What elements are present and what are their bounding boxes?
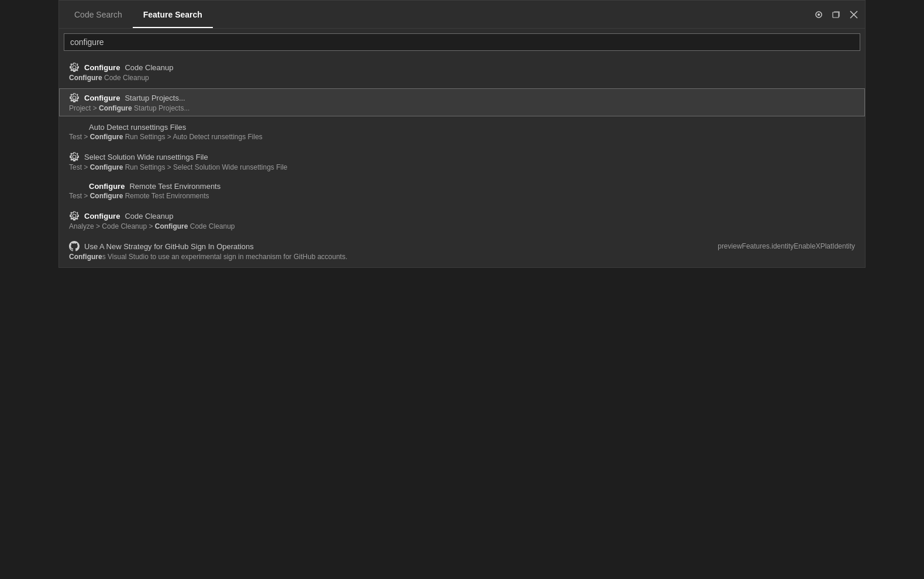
result-title-text: Remote Test Environments — [129, 182, 220, 191]
result-item-1[interactable]: Configure Code CleanupConfigure Code Cle… — [59, 58, 865, 86]
breadcrumb-text: Startup Projects... — [132, 104, 190, 112]
preview-tag: previewFeatures.identityEnableXPlatIdent… — [718, 242, 855, 250]
result-title-5: Configure Remote Test Environments — [69, 182, 855, 191]
breadcrumb-text: Run Settings > Auto Detect runsettings F… — [123, 133, 262, 141]
result-title-text: Configure — [84, 63, 120, 72]
result-title-text: Configure — [84, 212, 120, 220]
result-breadcrumb-6: Analyze > Code Cleanup > Configure Code … — [69, 222, 855, 230]
expand-icon[interactable] — [830, 8, 843, 21]
result-breadcrumb-4: Test > Configure Run Settings > Select S… — [69, 163, 855, 171]
gear-icon — [69, 211, 80, 221]
breadcrumb-text: Test > — [69, 133, 90, 141]
github-icon — [69, 241, 80, 251]
result-title-text: Use A New Strategy for GitHub Sign In Op… — [84, 242, 254, 251]
breadcrumb-text: Remote Test Environments — [123, 192, 209, 200]
result-title-1: Configure Code Cleanup — [69, 62, 855, 73]
result-title-text: Startup Projects... — [125, 94, 185, 102]
breadcrumb-text: s Visual Studio to use an experimental s… — [102, 253, 347, 261]
preview-icon[interactable] — [812, 8, 825, 21]
result-breadcrumb-7: Configures Visual Studio to use an exper… — [69, 253, 855, 261]
result-title-text: Configure — [89, 182, 125, 191]
result-item-5[interactable]: Configure Remote Test EnvironmentsTest >… — [59, 178, 865, 204]
result-breadcrumb-3: Test > Configure Run Settings > Auto Det… — [69, 133, 855, 141]
result-item-3[interactable]: Auto Detect runsettings FilesTest > Conf… — [59, 119, 865, 145]
result-title-7: Use A New Strategy for GitHub Sign In Op… — [69, 241, 855, 251]
result-title-text: Code Cleanup — [125, 63, 173, 72]
breadcrumb-text: Project > — [69, 104, 99, 112]
breadcrumb-text: Code Cleanup — [102, 74, 149, 82]
result-title-text: Code Cleanup — [125, 212, 173, 220]
result-item-2[interactable]: Configure Startup Projects...Project > C… — [59, 88, 865, 116]
titlebar-icons — [812, 8, 860, 21]
results-list: Configure Code CleanupConfigure Code Cle… — [59, 56, 865, 267]
svg-point-1 — [818, 13, 820, 16]
breadcrumb-text: Test > — [69, 192, 90, 200]
result-title-text: Select Solution Wide runsettings File — [84, 153, 208, 161]
result-title-6: Configure Code Cleanup — [69, 211, 855, 221]
breadcrumb-text: Configure — [99, 104, 132, 112]
gear-icon — [69, 62, 80, 73]
search-input[interactable] — [64, 33, 860, 51]
result-title-2: Configure Startup Projects... — [69, 92, 855, 103]
result-title-text: Configure — [84, 94, 120, 102]
breadcrumb-text: Configure — [155, 222, 188, 230]
result-item-7[interactable]: Use A New Strategy for GitHub Sign In Op… — [59, 237, 865, 265]
result-item-6[interactable]: Configure Code CleanupAnalyze > Code Cle… — [59, 206, 865, 235]
close-icon[interactable] — [847, 8, 860, 21]
breadcrumb-text: Configure — [69, 253, 102, 261]
svg-rect-2 — [833, 12, 839, 18]
result-breadcrumb-2: Project > Configure Startup Projects... — [69, 104, 855, 112]
breadcrumb-text: Test > — [69, 163, 90, 171]
breadcrumb-text: Configure — [90, 163, 123, 171]
breadcrumb-text: Code Cleanup — [188, 222, 235, 230]
breadcrumb-text: Analyze > Code Cleanup > — [69, 222, 155, 230]
breadcrumb-text: Configure — [90, 192, 123, 200]
result-title-4: Select Solution Wide runsettings File — [69, 151, 855, 162]
result-title-text: Auto Detect runsettings Files — [89, 123, 186, 132]
titlebar: Code Search Feature Search — [59, 1, 865, 29]
breadcrumb-text: Configure — [69, 74, 102, 82]
breadcrumb-text: Configure — [90, 133, 123, 141]
result-breadcrumb-5: Test > Configure Remote Test Environment… — [69, 192, 855, 200]
gear-icon — [69, 92, 80, 103]
breadcrumb-text: Run Settings > Select Solution Wide runs… — [123, 163, 287, 171]
main-window: Code Search Feature Search — [58, 0, 866, 268]
gear-icon — [69, 151, 80, 162]
tab-code-search[interactable]: Code Search — [64, 1, 133, 28]
result-item-4[interactable]: Select Solution Wide runsettings FileTes… — [59, 147, 865, 175]
result-breadcrumb-1: Configure Code Cleanup — [69, 74, 855, 82]
result-title-3: Auto Detect runsettings Files — [69, 123, 855, 132]
tab-feature-search[interactable]: Feature Search — [133, 1, 213, 28]
